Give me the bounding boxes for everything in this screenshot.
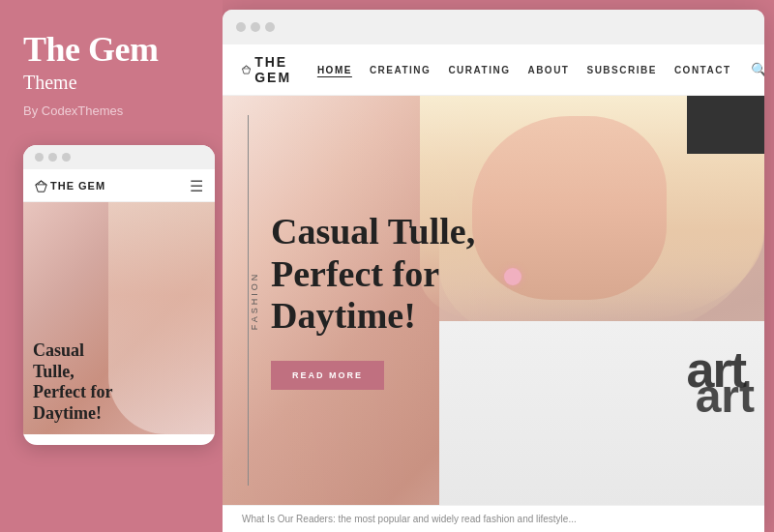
hero-heading: Casual Tulle, Perfect for Daytime! — [271, 211, 475, 338]
svg-marker-0 — [36, 180, 46, 191]
left-panel: The Gem Theme By CodexThemes THE GEM ☰ — [0, 0, 223, 532]
mobile-preview-card: THE GEM ☰ Casual Tulle, Perfect for Dayt… — [23, 145, 215, 445]
hero-cta: READ MORE — [271, 361, 384, 390]
nav-item-subscribe[interactable]: SUBSCRIBE — [586, 65, 656, 75]
theme-by: By CodexThemes — [23, 103, 199, 118]
hero-category-line — [248, 115, 249, 486]
theme-title: The Gem — [23, 31, 199, 70]
site-nav: THE GEM HOME CREATING CURATING ABOUT SUB… — [223, 44, 764, 96]
shirt-text: art — [687, 340, 745, 399]
nav-item-home[interactable]: HOME — [317, 65, 352, 75]
hero-category-label: FASHION — [250, 271, 259, 330]
mobile-hero-text: Casual Tulle, Perfect for Daytime! — [33, 340, 205, 424]
hero-text-block: Casual Tulle, Perfect for Daytime! READ … — [223, 96, 521, 505]
read-more-button[interactable]: READ MORE — [271, 361, 384, 390]
svg-marker-4 — [243, 66, 251, 74]
site-logo: THE GEM — [242, 54, 298, 85]
browser-topbar — [223, 10, 764, 44]
site-gem-icon — [242, 62, 251, 77]
gem-icon — [35, 180, 47, 192]
browser-dot-1 — [236, 22, 246, 32]
hamburger-icon[interactable]: ☰ — [190, 177, 203, 195]
hero-dark-overlay — [687, 96, 764, 154]
mobile-nav: THE GEM ☰ — [23, 169, 215, 202]
site-bottom-strip: What Is Our Readers: the most popular an… — [223, 505, 764, 532]
theme-subtitle: Theme — [23, 72, 199, 94]
browser-content: THE GEM HOME CREATING CURATING ABOUT SUB… — [223, 44, 764, 532]
nav-item-curating[interactable]: CURATING — [448, 65, 510, 75]
mobile-dot-2 — [48, 153, 57, 162]
mobile-dot-3 — [62, 153, 71, 162]
nav-item-about[interactable]: ABOUT — [527, 65, 569, 75]
nav-items: HOME CREATING CURATING ABOUT SUBSCRIBE C… — [317, 65, 731, 75]
search-icon[interactable]: 🔍 — [751, 62, 764, 78]
mobile-dot-1 — [35, 153, 44, 162]
mobile-hero-heading: Casual Tulle, Perfect for Daytime! — [33, 340, 205, 424]
browser-dot-3 — [265, 22, 275, 32]
browser-dot-2 — [251, 22, 260, 32]
mobile-logo: THE GEM — [35, 180, 105, 192]
mobile-hero: Casual Tulle, Perfect for Daytime! — [23, 202, 215, 434]
nav-item-creating[interactable]: CREATING — [370, 65, 431, 75]
browser-mockup: THE GEM HOME CREATING CURATING ABOUT SUB… — [223, 10, 764, 532]
nav-item-contact[interactable]: CONTACT — [674, 65, 731, 75]
mobile-topbar — [23, 145, 215, 169]
site-hero: FASHION art Casual Tulle, Pe — [223, 96, 764, 505]
